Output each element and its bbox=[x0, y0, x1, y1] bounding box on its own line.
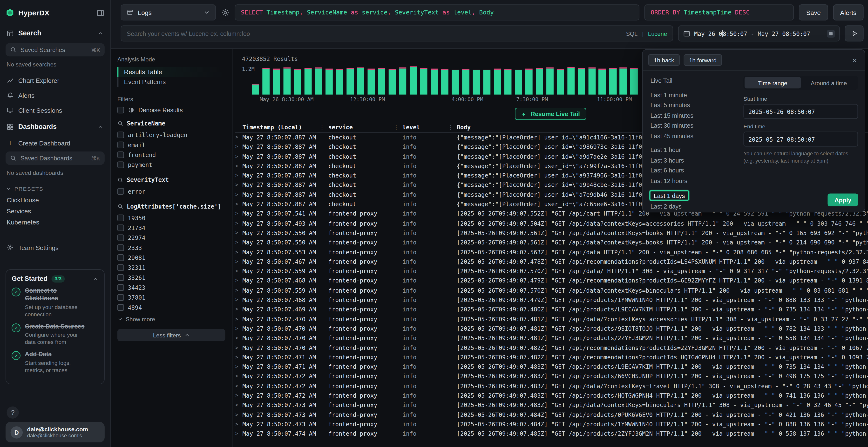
expand-row-icon[interactable] bbox=[235, 267, 243, 276]
chart-bar[interactable] bbox=[294, 69, 301, 94]
sidebar-item-team-settings[interactable]: Team Settings bbox=[5, 240, 105, 255]
table-row[interactable]: May 27 8:50:07.470 AMfrontend-proxyinfo[… bbox=[235, 324, 868, 334]
checkbox[interactable] bbox=[117, 215, 124, 221]
expand-row-icon[interactable] bbox=[235, 362, 243, 372]
filter-option[interactable]: 22974 bbox=[117, 233, 225, 243]
column-service[interactable]: service bbox=[328, 124, 402, 131]
chart-bar[interactable] bbox=[452, 70, 459, 94]
column-timestamp[interactable]: Timestamp (Local) bbox=[243, 124, 329, 131]
expand-row-icon[interactable] bbox=[235, 295, 243, 305]
table-row[interactable]: May 27 8:50:07.471 AMfrontend-proxyinfo[… bbox=[235, 362, 868, 372]
chart-bar[interactable] bbox=[409, 66, 417, 94]
table-row[interactable]: May 27 8:50:07.474 AMfrontend-proxyinfo[… bbox=[235, 429, 868, 439]
date-picker-mini-icon[interactable] bbox=[827, 30, 835, 37]
expand-row-icon[interactable] bbox=[235, 324, 243, 334]
table-row[interactable]: May 27 8:50:07.470 AMfrontend-proxyinfo[… bbox=[235, 334, 868, 343]
show-more-button[interactable]: Show more bbox=[117, 314, 225, 325]
table-row[interactable]: May 27 8:50:07.473 AMfrontend-proxyinfo[… bbox=[235, 401, 868, 410]
chart-bar[interactable] bbox=[273, 69, 280, 94]
get-started-header[interactable]: Get Started 3/3 bbox=[11, 275, 98, 282]
expand-row-icon[interactable] bbox=[235, 381, 243, 391]
chart-bar[interactable] bbox=[630, 68, 638, 94]
quick-range-option[interactable]: Live Tail bbox=[649, 76, 737, 86]
chart-bar[interactable] bbox=[378, 68, 385, 94]
chart-bar[interactable] bbox=[346, 68, 354, 94]
source-settings-gear-icon[interactable] bbox=[221, 8, 230, 17]
close-icon[interactable] bbox=[850, 56, 859, 64]
chart-bar[interactable] bbox=[431, 69, 438, 94]
chart-bar[interactable] bbox=[567, 67, 575, 94]
table-row[interactable]: May 27 8:50:07.468 AMfrontend-proxyinfo[… bbox=[235, 295, 868, 305]
chart-bar[interactable] bbox=[599, 69, 606, 94]
expand-row-icon[interactable] bbox=[235, 305, 243, 314]
checkbox[interactable] bbox=[117, 274, 124, 281]
chart-bar[interactable] bbox=[494, 69, 501, 94]
sidebar-item-services[interactable]: Services bbox=[5, 206, 105, 217]
chart-bar[interactable] bbox=[336, 69, 343, 94]
quick-range-option[interactable]: Last 1 minute bbox=[649, 90, 737, 100]
expand-row-icon[interactable] bbox=[235, 142, 243, 152]
expand-row-icon[interactable] bbox=[235, 228, 243, 238]
sql-select-input[interactable]: SELECT Timestamp, ServiceName as service… bbox=[235, 4, 640, 21]
expand-row-icon[interactable] bbox=[235, 161, 243, 171]
mode-event-patterns[interactable]: Event Patterns bbox=[117, 77, 225, 87]
tab-time-range[interactable]: Time range bbox=[745, 77, 801, 89]
checkbox[interactable] bbox=[117, 161, 124, 168]
search-input[interactable]: Search your events w/ Lucene ex. column:… bbox=[121, 26, 673, 42]
table-row[interactable]: May 27 8:50:07.550 AMfrontend-proxyinfo[… bbox=[235, 238, 868, 248]
checkbox[interactable] bbox=[117, 294, 124, 301]
expand-row-icon[interactable] bbox=[235, 391, 243, 401]
expand-row-icon[interactable] bbox=[235, 181, 243, 190]
table-row[interactable]: May 27 8:50:07.472 AMfrontend-proxyinfo[… bbox=[235, 381, 868, 391]
checkbox[interactable] bbox=[117, 151, 124, 158]
table-row[interactable]: May 27 8:50:07.470 AMfrontend-proxyinfo[… bbox=[235, 343, 868, 353]
expand-row-icon[interactable] bbox=[235, 401, 243, 410]
chart-bar[interactable] bbox=[504, 69, 512, 94]
filter-option[interactable]: 4894 bbox=[117, 303, 225, 312]
chart-bar[interactable] bbox=[515, 69, 522, 94]
chart-bar[interactable] bbox=[525, 69, 533, 94]
expand-row-icon[interactable] bbox=[235, 314, 243, 324]
alerts-button[interactable]: Alerts bbox=[833, 4, 863, 21]
expand-row-icon[interactable] bbox=[235, 429, 243, 439]
expand-row-icon[interactable] bbox=[235, 257, 243, 267]
expand-row-icon[interactable] bbox=[235, 343, 243, 353]
sidebar-collapse-icon[interactable] bbox=[96, 9, 104, 17]
table-row[interactable]: May 27 8:50:07.553 AMfrontend-proxyinfo[… bbox=[235, 248, 868, 257]
expand-row-icon[interactable] bbox=[235, 353, 243, 362]
expand-row-icon[interactable] bbox=[235, 190, 243, 200]
quick-range-option[interactable]: Last 30 minutes bbox=[649, 121, 737, 131]
chart-bar[interactable] bbox=[609, 68, 617, 94]
quick-range-option[interactable]: Last 3 hours bbox=[649, 155, 737, 165]
quick-range-option[interactable]: Last 5 minutes bbox=[649, 100, 737, 110]
quick-range-option[interactable]: Last 2 days bbox=[649, 201, 737, 211]
quick-range-option[interactable]: Last 15 minutes bbox=[649, 110, 737, 121]
column-level[interactable]: level bbox=[402, 124, 457, 131]
saved-searches-button[interactable]: Saved Searches ⌘K bbox=[5, 43, 105, 56]
sidebar-item-alerts[interactable]: Alerts bbox=[5, 88, 105, 103]
filter-option[interactable]: 37801 bbox=[117, 293, 225, 303]
get-started-step[interactable]: Add DataStart sending logs, metrics, or … bbox=[11, 351, 98, 374]
table-row[interactable]: May 27 8:50:07.473 AMfrontend-proxyinfo[… bbox=[235, 419, 868, 429]
source-select[interactable]: Logs bbox=[121, 4, 216, 21]
table-row[interactable]: May 27 8:50:07.559 AMfrontend-proxyinfo[… bbox=[235, 286, 868, 295]
filter-option[interactable]: 32311 bbox=[117, 263, 225, 273]
chart-bar[interactable] bbox=[420, 68, 428, 94]
chart-bar[interactable] bbox=[262, 68, 270, 94]
checkbox[interactable] bbox=[117, 225, 124, 231]
expand-row-icon[interactable] bbox=[235, 248, 243, 257]
chart-bar[interactable] bbox=[462, 69, 469, 94]
quick-range-option[interactable]: Last 12 hours bbox=[649, 176, 737, 186]
expand-row-icon[interactable] bbox=[235, 209, 243, 219]
help-button[interactable]: ? bbox=[7, 407, 19, 419]
filter-option[interactable]: 2333 bbox=[117, 243, 225, 253]
filter-option[interactable]: 29081 bbox=[117, 253, 225, 263]
expand-row-icon[interactable] bbox=[235, 200, 243, 209]
chart-bar[interactable] bbox=[252, 84, 259, 95]
table-row[interactable]: May 27 8:50:07.467 AMfrontend-proxyinfo[… bbox=[235, 257, 868, 267]
chart-bar[interactable] bbox=[620, 68, 627, 94]
presets-toggle[interactable]: PRESETS bbox=[5, 182, 105, 195]
mode-results-table[interactable]: Results Table bbox=[117, 67, 225, 77]
expand-row-icon[interactable] bbox=[235, 238, 243, 248]
order-by-input[interactable]: ORDER BY TimestampTime DESC bbox=[645, 4, 794, 21]
